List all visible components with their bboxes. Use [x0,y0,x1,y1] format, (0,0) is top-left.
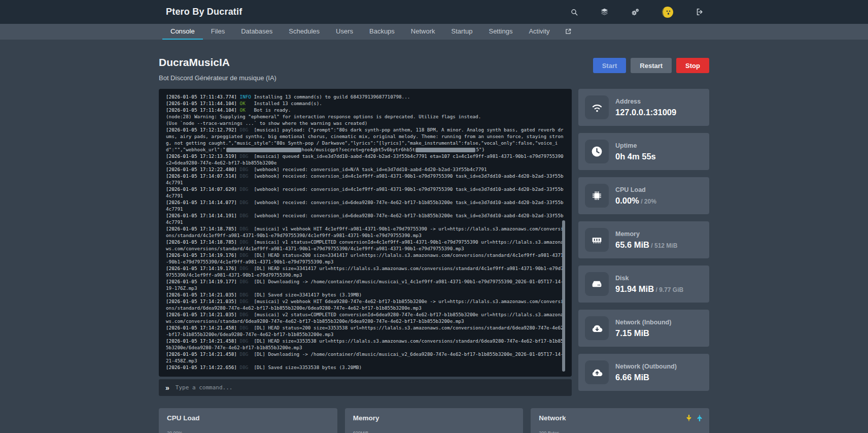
console-line: [2026-01-05 17:14:22.656] DBG [DL] Saved… [166,364,565,371]
console-line: [2026-01-05 17:14:21.035] DBG [musicai] … [166,311,565,324]
console-line: [2026-01-05 17:14:19.176] DBG [DL] HEAD … [166,252,565,265]
restart-button[interactable]: Restart [631,58,672,73]
stat-text: Uptime0h 4m 55s [615,142,656,161]
stat-card-disk: Disk91.94 MiB / 9.77 GiB [578,265,709,303]
chart-axis-row: 600MiB [353,430,515,433]
gears-icon[interactable] [631,8,640,17]
stat-card-cpu-load: CPU Load0.00% / 20% [578,177,709,214]
console-line: [2026-01-05 17:14:21.458] DBG [DL] HEAD … [166,324,565,338]
layers-icon[interactable] [600,8,609,16]
external-link-icon[interactable] [558,24,578,40]
stat-value: 0h 4m 55s [615,152,656,161]
console-line: [2026-01-05 17:14:07.629] DBG [webhook] … [166,186,565,199]
command-input[interactable] [175,384,565,391]
chart-card-memory: Memory600MiB [345,408,524,433]
net-down-arrow-icon [686,414,692,423]
stats-column: Address127.0.0.1:31009Uptime0h 4m 55sCPU… [578,89,709,396]
stat-label: Network (Inbound) [615,319,671,326]
chart-card-cpu: CPU Load20.00% [159,408,337,433]
stat-secondary: / 512 MiB [649,242,677,249]
stat-card-uptime: Uptime0h 4m 55s [578,133,709,170]
tab-label: Schedules [289,27,320,35]
chart-tick-label: 600MiB [353,430,369,433]
console-panel: [2026-01-05 17:11:43.774] INFO Installin… [159,89,572,377]
console-line: (node:28) Warning: Supplying "ephemeral"… [166,113,565,120]
chart-title: Memory [353,414,515,422]
console-line: [2026-01-05 17:14:19.177] DBG [DL] Downl… [166,278,565,291]
stat-secondary: / 9.77 GiB [654,286,683,293]
console-column: [2026-01-05 17:11:43.774] INFO Installin… [159,89,572,396]
stat-card-address: Address127.0.0.1:31009 [578,89,709,126]
stat-label: Uptime [615,142,656,149]
tab-settings[interactable]: Settings [480,24,520,40]
brand-title: Ptero By Ducratif [166,7,242,17]
console-line: [2026-01-05 17:14:21.035] DBG [musicai] … [166,298,565,311]
tab-activity[interactable]: Activity [520,24,558,40]
page-title: DucraMusicIA [159,56,276,69]
search-icon[interactable] [570,8,578,16]
stat-label: Address [615,98,676,105]
console-line: (Use `node --trace-warnings ...` to show… [166,120,565,126]
avatar[interactable] [662,6,674,18]
power-controls: Start Restart Stop [593,58,709,73]
tab-users[interactable]: Users [328,24,361,40]
tab-console[interactable]: Console [162,24,203,40]
console-line: [2026-01-05 17:12:12.792] DBG [musicai] … [166,126,565,153]
stat-text: Memory65.6 MiB / 512 MiB [615,230,677,250]
stat-secondary: / 20% [639,198,656,205]
tab-startup[interactable]: Startup [443,24,481,40]
stat-label: Network (Outbound) [615,363,677,370]
server-subtitle: Bot Discord Générateur de musique (IA) [159,74,276,82]
stat-card-network-outbound: Network (Outbound)6.66 MiB [578,354,709,391]
chart-axis-row: 200 Bytes [539,430,701,433]
tab-files[interactable]: Files [203,24,233,40]
console-line: [2026-01-05 17:14:18.785] DBG [musicai] … [166,225,565,239]
tab-databases[interactable]: Databases [233,24,281,40]
charts-row: CPU Load20.00%Memory600MiBNetwork200 Byt… [159,408,709,433]
stat-text: Network (Outbound)6.66 MiB [615,363,677,382]
navbar-icons [570,6,704,18]
console-line: [2026-01-05 17:12:13.519] DBG [musicai] … [166,153,565,166]
clock-icon [585,140,609,163]
chart-axis-row: 20.00% [167,430,329,433]
redacted-text [226,148,301,152]
stat-text: Address127.0.0.1:31009 [615,98,676,117]
cloud-upload-icon [585,360,609,384]
start-button[interactable]: Start [593,58,627,73]
stat-label: CPU Load [615,186,656,193]
top-navbar: Ptero By Ducratif [0,0,868,24]
server-title-block: DucraMusicIA Bot Discord Générateur de m… [159,56,276,82]
tab-backups[interactable]: Backups [361,24,403,40]
stat-text: CPU Load0.00% / 20% [615,186,656,206]
console-line: [2026-01-05 17:11:44.104] OK Bot is read… [166,107,565,113]
chart-title: CPU Load [167,414,329,422]
server-tabbar: ConsoleFilesDatabasesSchedulesUsersBacku… [0,24,868,40]
stat-label: Disk [615,275,683,282]
tab-network[interactable]: Network [403,24,443,40]
console-line: [2026-01-05 17:14:07.514] DBG [webhook] … [166,173,565,186]
console-line: [2026-01-05 17:11:43.774] INFO Installin… [166,93,565,100]
stat-value: 6.66 MiB [615,373,677,382]
console-line: [2026-01-05 17:14:21.458] DBG [DL] HEAD … [166,338,565,351]
stat-value: 65.6 MiB / 512 MiB [615,240,677,250]
stat-value: 0.00% / 20% [615,196,656,206]
stat-value: 91.94 MiB / 9.77 GiB [615,284,683,294]
console-line: [2026-01-05 17:12:22.480] DBG [webhook] … [166,166,565,173]
server-header: DucraMusicIA Bot Discord Générateur de m… [159,40,709,82]
console-line: [2026-01-05 17:14:18.785] DBG [musicai] … [166,239,565,252]
chart-tick-label: 20.00% [167,430,183,433]
console-log[interactable]: [2026-01-05 17:11:43.774] INFO Installin… [166,93,565,371]
tab-label: Network [411,27,435,35]
console-scrollbar-thumb[interactable] [562,220,565,372]
signout-icon[interactable] [696,8,704,16]
memory-icon [585,228,609,252]
console-line: [2026-01-05 17:11:44.104] OK Installed 1… [166,100,565,107]
chart-tick-label: 200 Bytes [539,430,559,433]
stat-value: 7.15 MiB [615,328,671,338]
stat-card-network-inbound: Network (Inbound)7.15 MiB [578,310,709,347]
stat-text: Network (Inbound)7.15 MiB [615,319,671,338]
tab-label: Files [211,27,225,35]
tab-schedules[interactable]: Schedules [281,24,328,40]
chip-icon [585,184,609,208]
stop-button[interactable]: Stop [676,58,709,73]
